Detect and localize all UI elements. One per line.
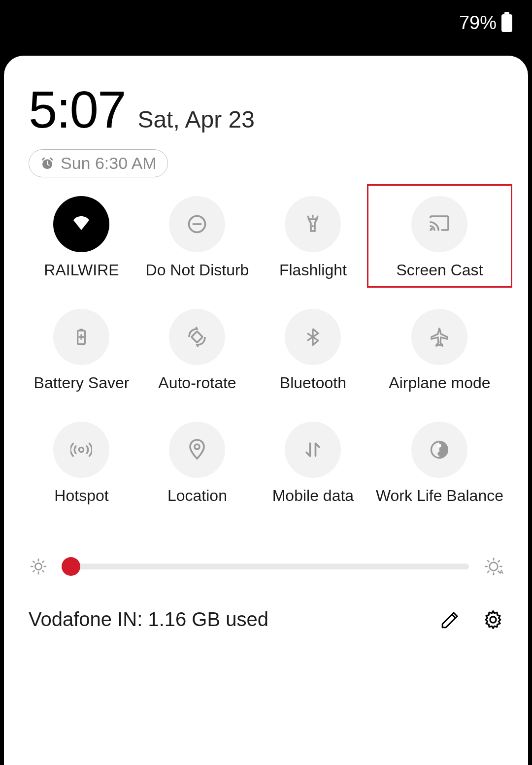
svg-point-4 [431,228,433,230]
footer-icons [440,609,503,630]
tile-label: Battery Saver [34,374,130,392]
airplane-icon [428,325,451,349]
tile-battery-saver[interactable]: Battery Saver [29,309,134,392]
brightness-slider-thumb[interactable] [62,557,80,576]
edit-icon[interactable] [440,609,461,630]
svg-line-30 [499,561,499,562]
battery-status: 79% [459,12,512,33]
status-bar: 79% [0,0,532,56]
tile-label: Auto-rotate [158,374,236,392]
work-life-icon [429,439,450,461]
footer-row: Vodafone IN: 1.16 GB used [29,608,503,631]
brightness-auto-icon[interactable]: A [484,557,503,576]
location-icon [185,438,209,462]
tile-circle-wifi [53,196,109,252]
tile-label: Flashlight [279,261,347,279]
svg-point-8 [79,447,84,452]
battery-icon [501,14,512,32]
svg-point-11 [438,444,441,447]
tile-work-life-balance[interactable]: Work Life Balance [376,422,503,505]
svg-line-19 [42,570,43,571]
svg-line-21 [42,561,43,562]
brightness-low-icon [29,557,48,576]
battery-saver-icon [70,326,92,348]
cast-icon [428,212,451,236]
tile-circle-bluetooth [285,309,341,365]
brightness-slider[interactable] [63,564,469,569]
svg-text:A: A [499,568,503,575]
tile-label: Hotspot [54,487,108,505]
svg-rect-6 [80,329,83,331]
svg-line-29 [488,571,489,572]
quick-settings-grid: RAILWIRE Do Not Disturb Flashlight [29,196,503,505]
tile-circle-hotspot [53,422,109,478]
flashlight-icon [301,212,325,236]
hotspot-icon [70,439,92,461]
tile-label: Bluetooth [280,374,346,392]
brightness-slider-row: A [29,557,503,576]
mobile-data-icon [302,439,324,461]
svg-point-22 [490,563,498,571]
svg-line-20 [33,570,34,571]
tile-label: RAILWIRE [44,261,119,279]
svg-point-3 [312,225,314,227]
tile-circle-location [169,422,225,478]
svg-line-27 [488,561,489,562]
tile-bluetooth[interactable]: Bluetooth [260,309,366,392]
time-date-row: 5:07 Sat, Apr 23 [29,80,503,139]
tile-circle-mobile-data [285,422,341,478]
svg-point-13 [35,563,41,569]
tile-circle-battery-saver [53,309,109,365]
tile-circle-auto-rotate [169,309,225,365]
tile-flashlight[interactable]: Flashlight [260,196,366,279]
data-usage-label[interactable]: Vodafone IN: 1.16 GB used [29,608,268,631]
svg-point-9 [195,444,200,449]
clock-time[interactable]: 5:07 [29,80,125,139]
tile-label: Location [167,487,227,505]
svg-point-32 [490,616,496,622]
svg-point-12 [438,452,441,456]
tile-location[interactable]: Location [144,422,250,505]
svg-rect-7 [192,332,203,343]
tile-circle-work-life [411,422,467,478]
tile-screen-cast[interactable]: Screen Cast [376,196,503,279]
dnd-icon [186,213,208,235]
quick-settings-panel: 5:07 Sat, Apr 23 Sun 6:30 AM RAILWIRE [4,56,528,765]
tile-label: Airplane mode [389,374,490,392]
tile-circle-flashlight [285,196,341,252]
settings-gear-icon[interactable] [483,609,503,630]
bluetooth-icon [302,326,324,348]
tile-circle-airplane [411,309,467,365]
tile-circle-dnd [169,196,225,252]
svg-line-18 [33,561,34,562]
tile-label: Work Life Balance [376,487,503,505]
alarm-label: Sun 6:30 AM [61,154,157,173]
auto-rotate-icon [185,325,209,349]
tile-label: Do Not Disturb [146,261,249,279]
tile-auto-rotate[interactable]: Auto-rotate [144,309,250,392]
clock-date[interactable]: Sat, Apr 23 [137,106,255,133]
battery-percent-label: 79% [459,12,497,33]
tile-airplane-mode[interactable]: Airplane mode [376,309,503,392]
alarm-clock-icon [40,156,55,171]
tile-dnd[interactable]: Do Not Disturb [144,196,250,279]
tile-wifi[interactable]: RAILWIRE [29,196,134,279]
alarm-chip[interactable]: Sun 6:30 AM [29,149,168,177]
wifi-icon [69,212,93,236]
tile-circle-cast [411,196,467,252]
tile-mobile-data[interactable]: Mobile data [260,422,366,505]
tile-hotspot[interactable]: Hotspot [29,422,134,505]
tile-label: Mobile data [272,487,354,505]
tile-label: Screen Cast [396,261,483,279]
